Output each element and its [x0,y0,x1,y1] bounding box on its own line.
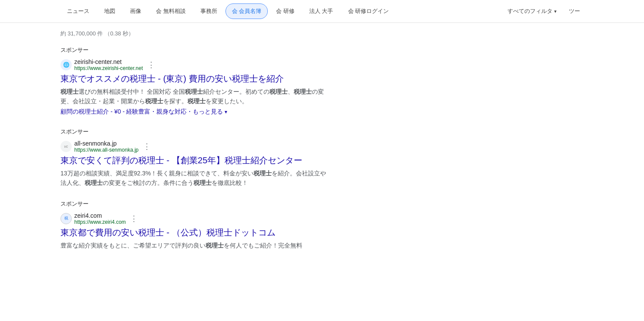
tab-training-login-label: 会 研修ログイン [348,7,389,15]
results-area: 約 31,700,000 件 （0.38 秒） スポンサー 🌐 zeirishi… [0,23,389,250]
all-filters-label: すべてのフィルタ [508,7,552,15]
chevron-down-icon: ▾ [554,9,557,14]
tab-map-label: 地図 [104,7,115,15]
tab-map[interactable]: 地図 [98,3,122,19]
ad-favicon-1: 🌐 [60,59,72,70]
all-filters-button[interactable]: すべてのフィルタ ▾ [504,5,560,18]
tab-member-list-label: 会 会員名簿 [232,7,262,15]
ad-favicon-2: vc [60,141,72,152]
ad-meta-2: all-senmonka.jp https://www.all-senmonka… [74,140,139,153]
tax-icon: 税 [64,216,68,221]
ad-url-row-2: vc all-senmonka.jp https://www.all-senmo… [60,140,328,153]
sponsor-label-3: スポンサー [60,200,328,208]
tab-corporate[interactable]: 法人 大手 [303,3,340,19]
ad-title-3[interactable]: 東京都で費用の安い税理士 - （公式）税理士ドットコム [60,227,328,238]
tools-label: ツー [569,7,580,15]
ad-title-1[interactable]: 東京でオススメの税理士 - (東京) 費用の安い税理士を紹介 [60,73,328,84]
tab-image[interactable]: 画像 [124,3,148,19]
tab-office-label: 事務所 [200,7,217,15]
tab-training-label: 会 研修 [276,7,295,15]
ad-sub-links-1[interactable]: 顧問の税理士紹介 - ¥0 - 経験豊富・親身な対応・もっと見る ▾ [60,108,328,116]
tab-training[interactable]: 会 研修 [270,3,301,19]
ad-options-button-1[interactable]: ⋮ [147,61,155,69]
sponsor-label-1: スポンサー [60,46,328,54]
tab-member-list[interactable]: 会 会員名簿 [225,3,268,19]
ad-favicon-3: 税 [60,213,72,224]
ad-desc-2: 13万超の相談実績、満足度92.3%！長く親身に相談できて、料金が安い税理士を紹… [60,168,328,188]
tab-news[interactable]: ニュース [60,3,96,19]
sponsor-section-2: スポンサー vc all-senmonka.jp https://www.all… [60,128,328,188]
ad-meta-1: zeirishi-center.net https://www.zeirishi… [74,58,143,71]
tab-news-label: ニュース [67,7,89,15]
tab-free-consult[interactable]: 会 無料相談 [149,3,192,19]
ad-url-row-1: 🌐 zeirishi-center.net https://www.zeiris… [60,58,328,71]
tab-training-login[interactable]: 会 研修ログイン [342,3,396,19]
ad-desc-1: 税理士選びの無料相談受付中！ 全国対応 全国税理士紹介センター。初めての税理士、… [60,87,328,106]
globe-icon: 🌐 [63,62,70,68]
ad-options-button-3[interactable]: ⋮ [130,215,138,222]
sponsor-section-3: スポンサー 税 zeiri4.com https://www.zeiri4.co… [60,200,328,250]
ad-url-1: https://www.zeirishi-center.net [74,65,143,71]
ad-options-button-2[interactable]: ⋮ [143,143,151,150]
ad-desc-3: 豊富な紹介実績をもとに、ご希望エリアで評判の良い税理士を何人でもご紹介！完全無料 [60,241,328,250]
result-count: 約 31,700,000 件 （0.38 秒） [60,30,328,38]
tools-button[interactable]: ツー [565,5,584,18]
ad-url-3: https://www.zeiri4.com [74,219,126,225]
ad-domain-3: zeiri4.com [74,212,126,219]
ad-domain-1: zeirishi-center.net [74,58,143,65]
nav-tabs: ニュース 地図 画像 会 無料相談 事務所 会 会員名簿 会 研修 法人 大手 … [0,0,644,23]
ad-url-2: https://www.all-senmonka.jp [74,147,139,153]
tab-free-consult-label: 会 無料相談 [156,7,186,15]
tab-office[interactable]: 事務所 [194,3,224,19]
tab-image-label: 画像 [130,7,141,15]
ad-meta-3: zeiri4.com https://www.zeiri4.com [74,212,126,225]
sponsor-label-2: スポンサー [60,128,328,136]
tab-corporate-label: 法人 大手 [309,7,333,15]
chevron-down-icon-sublinks: ▾ [225,109,227,115]
sponsor-section-1: スポンサー 🌐 zeirishi-center.net https://www.… [60,46,328,116]
ad-url-row-3: 税 zeiri4.com https://www.zeiri4.com ⋮ [60,212,328,225]
ad-domain-2: all-senmonka.jp [74,140,139,147]
vc-icon: vc [64,144,68,149]
ad-title-2[interactable]: 東京で安くて評判の税理士 - 【創業25年】税理士紹介センター [60,155,328,166]
